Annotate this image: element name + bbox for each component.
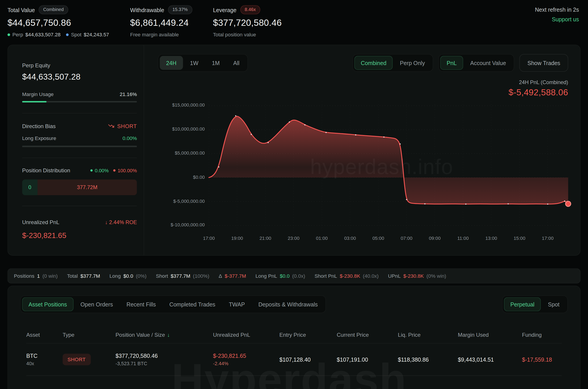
long-exposure-bar [22, 146, 137, 147]
x-axis-tick-label: 07:00 [401, 236, 412, 241]
tab-1w[interactable]: 1W [184, 56, 205, 70]
tab-open-orders[interactable]: Open Orders [74, 297, 119, 311]
margin-usage-label: Margin Usage [22, 92, 54, 97]
plot-region: hyperdash.info [209, 101, 569, 232]
table-row[interactable]: BTC 40x SHORT $377,720,580.46 -3,523.71 … [26, 343, 562, 376]
col-margin-used[interactable]: Margin Used [458, 332, 522, 338]
summary-item-delta: Δ $-377.7M [219, 273, 246, 279]
pnl-readout-value: $-5,492,588.06 [158, 88, 568, 97]
time-range-control: 24H 1W 1M All [158, 54, 248, 72]
short-badge: SHORT [62, 354, 90, 365]
show-trades-button[interactable]: Show Trades [520, 54, 568, 72]
toggle-pnl[interactable]: PnL [440, 56, 463, 70]
summary-value: $-230.8K [403, 273, 424, 279]
funding: $-17,559.18 [522, 356, 561, 362]
unrealized-pnl-cell: $-230,821.65 -2.44% [213, 353, 280, 366]
dist-long-pct: 0.00% [95, 167, 109, 173]
margin-usage-value: 21.16% [120, 92, 137, 97]
tab-recent-fills[interactable]: Recent Fills [120, 297, 162, 311]
dist-short-pct: 100.00% [118, 167, 137, 173]
y-axis-tick-label: $10,000,000.00 [172, 127, 205, 132]
summary-item-long-pnl: Long PnL $0.0 (0.0x) [255, 273, 305, 279]
col-entry-price[interactable]: Entry Price [280, 332, 337, 338]
summary-item-upnl: UPnL $-230.8K (0% win) [388, 273, 446, 279]
positions-table: Asset Type Position Value / Size ↓ Unrea… [20, 332, 568, 376]
tab-1m[interactable]: 1M [205, 56, 226, 70]
perp-dot-icon [7, 33, 10, 36]
summary-value: $0.0 [123, 273, 133, 279]
total-value-label: Total Value [7, 6, 35, 13]
summary-item-short: Short $377.7M (100%) [156, 273, 209, 279]
x-axis-tick-label: 05:00 [372, 236, 384, 241]
tab-24h[interactable]: 24H [160, 56, 183, 70]
combined-badge: Combined [39, 5, 68, 14]
delta-icon: Δ [219, 273, 222, 279]
toggle-perpetual[interactable]: Perpetual [504, 297, 541, 311]
margin-usage-bar [22, 101, 137, 102]
summary-extra: (100%) [193, 273, 209, 279]
x-axis-tick-label: 11:00 [457, 236, 469, 241]
total-value-stat: Total Value Combined $44,657,750.86 Perp… [7, 5, 130, 37]
summary-extra: (0.0x) [292, 273, 305, 279]
pnl-readout-label: 24H PnL (Combined) [158, 79, 568, 85]
arrow-down-icon: ↓ [105, 219, 108, 225]
toggle-perp-only[interactable]: Perp Only [393, 56, 431, 70]
tab-twap[interactable]: TWAP [223, 297, 251, 311]
y-axis-tick-label: $5,000,000.00 [175, 151, 205, 156]
col-asset[interactable]: Asset [26, 332, 62, 338]
withdrawable-pct-badge: 15.37% [168, 5, 192, 14]
pnl-chart[interactable] [209, 101, 569, 232]
x-axis-tick-label: 17:00 [542, 236, 554, 241]
toggle-account-value[interactable]: Account Value [464, 56, 512, 70]
x-axis-tick-label: 01:00 [316, 236, 328, 241]
summary-label: Short PnL [315, 273, 337, 279]
long-exposure-label: Long Exposure [22, 135, 56, 141]
col-funding[interactable]: Funding [522, 332, 561, 338]
y-axis-tick-label: $-5,000,000.00 [173, 198, 205, 204]
tab-deposits-withdrawals[interactable]: Deposits & Withdrawals [252, 297, 324, 311]
refresh-countdown: Next refresh in 2s [535, 6, 579, 13]
distribution-long-segment: 0 [22, 179, 38, 195]
col-liq-price[interactable]: Liq. Price [398, 332, 458, 338]
entry-price: $107,128.40 [280, 356, 337, 362]
current-price: $107,191.00 [337, 356, 398, 362]
col-position-value[interactable]: Position Value / Size ↓ [115, 332, 213, 338]
summary-label: Short [156, 273, 168, 279]
asset-leverage: 40x [26, 361, 62, 366]
asset-cell: BTC 40x [26, 353, 62, 366]
tab-all[interactable]: All [227, 56, 246, 70]
toggle-spot[interactable]: Spot [542, 297, 566, 311]
distribution-short-segment: 377.72M [37, 179, 137, 195]
perp-equity-value: $44,633,507.28 [22, 72, 137, 82]
unrealized-pnl-label: Unrealized PnL [22, 219, 59, 225]
type-cell: SHORT [62, 354, 115, 365]
col-current-price[interactable]: Current Price [337, 332, 398, 338]
top-stats-bar: Total Value Combined $44,657,750.86 Perp… [0, 0, 588, 37]
perp-equity-label: Perp Equity [22, 62, 137, 68]
x-axis-tick-label: 15:00 [514, 236, 525, 241]
perp-label: Perp [12, 32, 23, 37]
col-type[interactable]: Type [62, 332, 115, 338]
summary-label: Long PnL [255, 273, 277, 279]
spot-label: Spot [71, 32, 81, 37]
x-axis-tick-label: 03:00 [344, 236, 356, 241]
toggle-combined[interactable]: Combined [355, 56, 393, 70]
perp-value: $44,633,507.28 [25, 32, 60, 37]
leverage-amount: $377,720,580.46 [213, 18, 282, 28]
summary-extra: (40.0x) [363, 273, 378, 279]
col-unrealized-pnl[interactable]: Unrealized PnL [213, 332, 280, 338]
roe-value: 2.44% ROE [109, 219, 137, 225]
withdrawable-stat: Withdrawable 15.37% $6,861,449.24 Free m… [130, 5, 213, 37]
long-exposure-value: 0.00% [123, 135, 137, 141]
y-axis-tick-label: $-10,000,000.00 [170, 222, 205, 227]
margin-used: $9,443,014.51 [458, 356, 522, 362]
tab-completed-trades[interactable]: Completed Trades [163, 297, 222, 311]
long-legend-dot-icon [90, 169, 92, 172]
x-axis-tick-label: 21:00 [259, 236, 271, 241]
asset-symbol: BTC [26, 353, 62, 359]
spot-dot-icon [66, 33, 69, 36]
support-us-link[interactable]: Support us [552, 16, 579, 22]
tab-asset-positions[interactable]: Asset Positions [22, 297, 74, 311]
dashboard: Total Value Combined $44,657,750.86 Perp… [0, 0, 588, 389]
leverage-stat: Leverage 8.46x $377,720,580.46 Total pos… [213, 5, 282, 37]
